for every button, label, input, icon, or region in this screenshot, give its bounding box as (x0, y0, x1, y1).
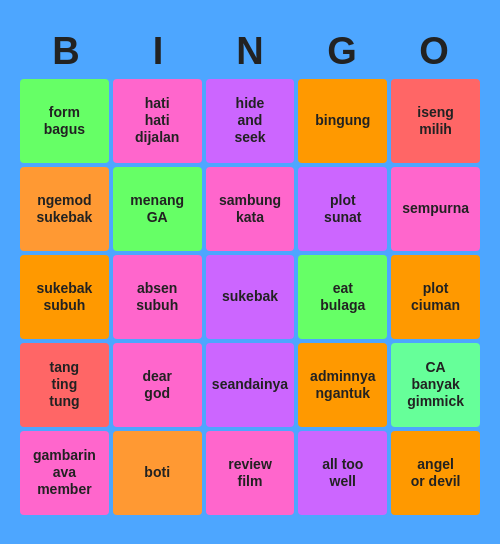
bingo-cell: eat bulaga (298, 255, 387, 339)
bingo-cell: boti (113, 431, 202, 515)
bingo-cell: form bagus (20, 79, 109, 163)
bingo-grid: form bagushati hati dijalanhide and seek… (20, 79, 480, 515)
bingo-cell: menang GA (113, 167, 202, 251)
header-letter: I (114, 30, 202, 73)
bingo-cell: gambarin ava member (20, 431, 109, 515)
bingo-cell: CA banyak gimmick (391, 343, 480, 427)
bingo-cell: sempurna (391, 167, 480, 251)
bingo-cell: all too well (298, 431, 387, 515)
bingo-header: BINGO (20, 30, 480, 73)
bingo-cell: sambung kata (206, 167, 295, 251)
bingo-card: BINGO form bagushati hati dijalanhide an… (20, 30, 480, 515)
bingo-cell: iseng milih (391, 79, 480, 163)
bingo-cell: hide and seek (206, 79, 295, 163)
bingo-cell: seandainya (206, 343, 295, 427)
bingo-cell: tang ting tung (20, 343, 109, 427)
bingo-cell: dear god (113, 343, 202, 427)
bingo-cell: hati hati dijalan (113, 79, 202, 163)
bingo-cell: review film (206, 431, 295, 515)
bingo-cell: sukebak (206, 255, 295, 339)
bingo-cell: absen subuh (113, 255, 202, 339)
bingo-cell: ngemod sukebak (20, 167, 109, 251)
bingo-cell: bingung (298, 79, 387, 163)
bingo-cell: angel or devil (391, 431, 480, 515)
bingo-cell: plot sunat (298, 167, 387, 251)
bingo-cell: plot ciuman (391, 255, 480, 339)
header-letter: B (22, 30, 110, 73)
header-letter: O (390, 30, 478, 73)
header-letter: G (298, 30, 386, 73)
bingo-cell: adminnya ngantuk (298, 343, 387, 427)
bingo-cell: sukebak subuh (20, 255, 109, 339)
header-letter: N (206, 30, 294, 73)
